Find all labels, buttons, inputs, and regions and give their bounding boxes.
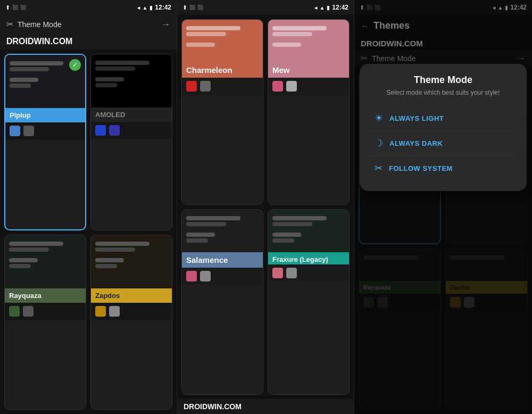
- swatch-pink: [272, 81, 283, 92]
- bar: [186, 26, 240, 30]
- swatch-green: [9, 306, 20, 317]
- img-icon4: ⬛: [197, 5, 203, 10]
- swatch-gold: [95, 306, 106, 317]
- rayquaza-bars2: [9, 256, 81, 270]
- theme-card-rayquaza[interactable]: Rayquaza: [4, 235, 86, 410]
- theme-card-zapdos[interactable]: Zapdos: [90, 235, 172, 410]
- amoled-bars2: [95, 75, 168, 89]
- theme-mode-label-1: Theme Mode: [18, 20, 61, 29]
- bar: [186, 216, 240, 220]
- app-header-left: ✂ Theme Mode: [6, 19, 61, 29]
- theme-preview-salamence: [182, 210, 263, 252]
- theme-card-charmeleon[interactable]: Charmeleon: [181, 19, 263, 205]
- mew-label: Mew: [268, 62, 349, 78]
- zapdos-label: Zapdos: [91, 288, 172, 303]
- bar: [95, 258, 124, 262]
- theme-card-amoled[interactable]: AMOLED: [90, 54, 172, 230]
- bar: [186, 32, 226, 36]
- fraxure-label: Fraxure (Legacy): [268, 252, 349, 264]
- brand-1: DROIDWIN.COM: [0, 34, 177, 49]
- status-right-icons: ◂ ▲ ▮ 12:42: [137, 4, 171, 11]
- arrow-icon-1[interactable]: →: [162, 20, 170, 29]
- piplup-bars2: [10, 76, 81, 90]
- status-left-2: ⬆ ⬛ ⬛: [182, 4, 203, 11]
- rayquaza-swatches: [5, 303, 86, 320]
- bar: [272, 43, 301, 47]
- wifi-icon-2: ▲: [319, 5, 325, 11]
- theme-mode-icon: ✂: [6, 19, 13, 29]
- option-follow-system[interactable]: ✂ FOLLOW SYSTEM: [370, 156, 516, 180]
- bar: [95, 247, 135, 252]
- upload-icon-2: ⬆: [182, 4, 187, 11]
- bar: [95, 61, 149, 65]
- charmeleon-bars2: [186, 40, 259, 49]
- bar: [186, 238, 208, 243]
- option-always-dark[interactable]: ☽ ALWAYS DARK: [370, 131, 516, 156]
- moon-icon: ☽: [375, 137, 383, 149]
- swatch-gray: [23, 126, 34, 136]
- piplup-swatches: [5, 122, 85, 139]
- themes-grid-1: ✓ Piplup: [0, 49, 177, 414]
- volume-icon: ◂: [137, 5, 140, 11]
- panel-3: ⬆ ⬛ ⬛ ◂ ▲ ▮ 12:42 ← Themes DROIDWIN.COM …: [354, 0, 532, 414]
- swatch-gray: [109, 306, 120, 317]
- time-display-2: 12:42: [332, 4, 348, 11]
- salamence-label: Salamence: [182, 252, 263, 268]
- always-light-label: ALWAYS LIGHT: [389, 114, 444, 122]
- bar: [9, 247, 49, 252]
- swatch-blue-dark: [95, 125, 106, 136]
- modal-title: Theme Mode: [370, 74, 516, 86]
- img-icon1: ⬛: [12, 5, 18, 10]
- sun-icon: ☀: [375, 112, 383, 124]
- theme-card-mew[interactable]: Mew: [268, 19, 350, 205]
- mew-swatches: [268, 78, 349, 95]
- bar: [272, 233, 301, 237]
- system-icon: ✂: [375, 162, 383, 174]
- img-icon2: ⬛: [20, 5, 26, 10]
- theme-preview-fraxure: [268, 210, 349, 252]
- charmeleon-label: Charmeleon: [182, 62, 263, 78]
- bar: [95, 77, 124, 81]
- zapdos-bars: [95, 239, 168, 254]
- bar: [9, 264, 31, 268]
- bar: [10, 67, 49, 71]
- swatch-gray: [200, 81, 211, 92]
- panel-1: ⬆ ⬛ ⬛ ◂ ▲ ▮ 12:42 ✂ Theme Mode → DROIDWI…: [0, 0, 177, 414]
- zapdos-swatches: [91, 303, 172, 320]
- bar: [10, 61, 63, 65]
- bar: [272, 216, 327, 220]
- swatch-light-gray: [286, 81, 297, 92]
- battery-icon: ▮: [149, 5, 153, 11]
- status-bar-2: ⬆ ⬛ ⬛ ◂ ▲ ▮ 12:42: [177, 0, 354, 15]
- themes-grid-2: Charmeleon Mew: [177, 15, 354, 399]
- bar: [10, 84, 31, 88]
- zapdos-bars2: [95, 256, 168, 270]
- amoled-label: AMOLED: [91, 107, 172, 122]
- theme-mode-modal: Theme Mode Select mode which best suits …: [360, 64, 527, 191]
- theme-preview-zapdos: [91, 235, 172, 288]
- img-icon3: ⬛: [189, 5, 195, 10]
- theme-card-fraxure[interactable]: Fraxure (Legacy): [268, 209, 350, 395]
- option-always-light[interactable]: ☀ ALWAYS LIGHT: [370, 106, 516, 131]
- status-bar-1: ⬆ ⬛ ⬛ ◂ ▲ ▮ 12:42: [0, 0, 177, 15]
- bar: [272, 238, 294, 243]
- fraxure-bars2: [272, 230, 345, 245]
- swatch-gray: [23, 306, 34, 317]
- modal-dim-overlay: [354, 0, 532, 414]
- mew-bars: [272, 24, 345, 38]
- swatch-red: [186, 81, 197, 92]
- bar: [95, 67, 135, 71]
- bar: [95, 83, 117, 87]
- volume-icon-2: ◂: [314, 5, 317, 11]
- app-header-1: ✂ Theme Mode →: [0, 15, 177, 34]
- theme-card-piplup[interactable]: ✓ Piplup: [4, 54, 86, 230]
- theme-preview-amoled: [91, 54, 172, 107]
- theme-card-salamence[interactable]: Salamence: [181, 209, 263, 395]
- bar: [186, 233, 215, 237]
- fraxure-bars: [272, 214, 345, 228]
- bar: [186, 222, 226, 226]
- upload-icon: ⬆: [5, 4, 10, 11]
- swatch-pink-s: [186, 271, 197, 281]
- salamence-swatches: [182, 268, 263, 285]
- mew-bars2: [272, 40, 345, 49]
